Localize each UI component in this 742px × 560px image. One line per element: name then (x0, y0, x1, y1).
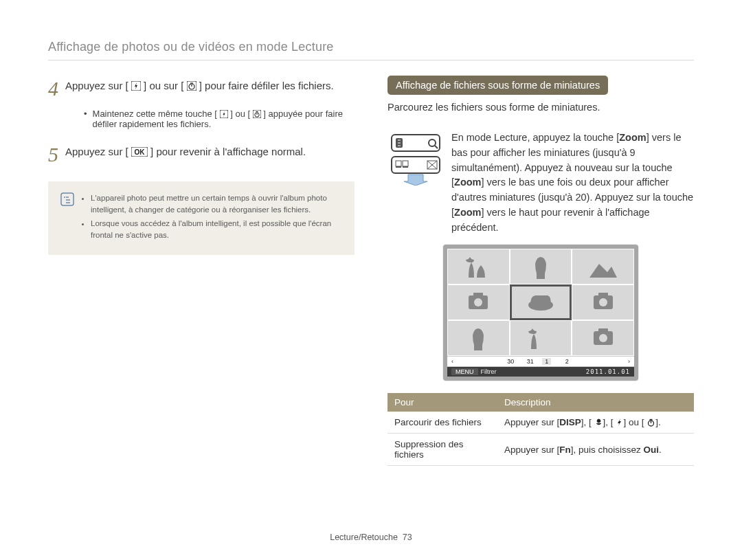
page-title: Affichage de photos ou de vidéos en mode… (48, 40, 694, 54)
thumb-cell (510, 249, 572, 284)
thumb-cell-selected (510, 284, 572, 320)
svg-text:OK: OK (134, 148, 145, 156)
text: Maintenez cette même touche [ (93, 109, 217, 119)
cell-desc: Appuyer sur [DISP], [ ], [ ] ou [ ]. (497, 412, 694, 434)
section-pill: Affichage de fichiers sous forme de mini… (387, 76, 608, 95)
step-5: 5 Appuyez sur [ OK ] pour revenir à l'af… (48, 144, 355, 165)
zoom-label: Zoom (619, 132, 646, 143)
flash-icon (220, 110, 228, 118)
zoom-label: Zoom (454, 177, 481, 188)
chevron-right-icon: › (628, 358, 630, 365)
right-column: Affichage de fichiers sous forme de mini… (387, 76, 694, 466)
intro-text: Parcourez les fichiers sous forme de min… (387, 102, 694, 113)
th-description: Description (497, 393, 694, 412)
thumb-cell (447, 284, 510, 320)
step-number: 4 (48, 78, 58, 99)
text: Appuyer sur [ (504, 417, 559, 427)
text: ]. (655, 417, 661, 427)
day-num-selected: 1 (542, 358, 551, 365)
table-row: Suppression des fichiers Appuyer sur [Fn… (387, 434, 694, 466)
macro-icon (594, 418, 603, 427)
text: Appuyer sur [ (504, 445, 559, 455)
day-num: 31 (527, 358, 534, 365)
cell-desc: Appuyer sur [Fn], puis choisissez Oui. (497, 434, 694, 466)
note-box: L'appareil photo peut mettre un certain … (48, 181, 355, 255)
text: ] pour revenir à l'affichage normal. (150, 146, 306, 157)
zoom-text: En mode Lecture, appuyez la touche [Zoom… (451, 131, 694, 235)
svg-point-9 (64, 197, 65, 198)
left-column: 4 Appuyez sur [ ] ou sur [ ] pour faire … (48, 76, 355, 466)
thumb-cell (447, 249, 510, 284)
thumb-date-bar: ‹ 30 31 1 2 › (447, 356, 634, 366)
step-number: 5 (48, 144, 58, 165)
flash-icon (616, 418, 623, 427)
ok-icon: OK (131, 147, 148, 157)
text: Appuyez sur [ (65, 146, 128, 157)
thumb-cell (572, 284, 634, 320)
text: ] ou [ (230, 109, 250, 119)
footer-page: 73 (403, 533, 412, 542)
th-pour: Pour (387, 393, 497, 412)
svg-point-33 (599, 334, 607, 342)
flash-icon (131, 81, 141, 91)
step-text: Appuyez sur [ ] ou sur [ ] pour faire dé… (65, 78, 334, 93)
cell-action: Suppression des fichiers (387, 434, 497, 466)
action-table: Pour Description Parcourir des fichiers … (387, 393, 694, 466)
timer-icon (187, 81, 196, 91)
footer-section: Lecture/Retouche (330, 533, 398, 542)
text: ] ou sur [ (144, 80, 183, 91)
fn-label: Fn (559, 445, 571, 455)
thumbnail-screen-illustration: ‹ 30 31 1 2 › MENU Filtrer 2011.01. (387, 245, 694, 381)
menu-chip: MENU (451, 368, 478, 375)
disp-label: DISP (559, 417, 581, 427)
table-row: Parcourir des fichiers Appuyer sur [DISP… (387, 412, 694, 434)
step-4: 4 Appuyez sur [ ] ou sur [ ] pour faire … (48, 78, 355, 99)
page-footer: Lecture/Retouche 73 (0, 533, 742, 542)
date-label: 2011.01.01 (586, 368, 630, 375)
text: ] ou [ (623, 417, 644, 427)
day-num: 2 (565, 358, 569, 365)
thumb-cell (572, 249, 634, 284)
filter-label: Filtrer (481, 368, 497, 375)
thumb-cell (572, 320, 634, 356)
text: Appuyez sur [ (65, 80, 128, 91)
svg-point-26 (474, 298, 482, 306)
text: ], [ (603, 417, 614, 427)
svg-rect-31 (598, 293, 608, 297)
text: En mode Lecture, appuyez la touche [ (451, 132, 619, 143)
thumb-menu-bar: MENU Filtrer 2011.01.01 (447, 366, 634, 377)
svg-rect-21 (403, 166, 408, 168)
text: ] vers le haut pour revenir à l'affichag… (451, 207, 650, 233)
thumb-cell (447, 320, 510, 356)
svg-rect-34 (598, 328, 608, 333)
zoom-label: Zoom (454, 207, 481, 218)
text: . (659, 445, 662, 455)
divider (48, 60, 694, 60)
zoom-lever-illustration (387, 131, 446, 188)
zoom-row: En mode Lecture, appuyez la touche [Zoom… (387, 131, 694, 235)
svg-rect-8 (61, 193, 74, 205)
timer-icon (253, 110, 261, 118)
info-icon (60, 192, 76, 244)
note-item: L'appareil photo peut mettre un certain … (91, 192, 342, 215)
svg-rect-20 (396, 166, 401, 168)
timer-icon (647, 418, 655, 427)
text: ], [ (581, 417, 592, 427)
step-text: Appuyez sur [ OK ] pour revenir à l'affi… (65, 144, 306, 159)
day-num: 30 (507, 358, 514, 365)
cell-action: Parcourir des fichiers (387, 412, 497, 434)
thumb-cell (510, 320, 572, 356)
oui-label: Oui (644, 445, 660, 455)
svg-point-30 (599, 298, 607, 306)
text: ] pour faire défiler les fichiers. (199, 80, 334, 91)
svg-rect-27 (473, 293, 483, 297)
step-4-sub: • Maintenez cette même touche [ ] ou [ ]… (84, 109, 355, 129)
note-item: Lorsque vous accédez à l'album intellige… (91, 218, 342, 240)
bullet-icon: • (84, 109, 87, 129)
text: ], puis choisissez (571, 445, 644, 455)
